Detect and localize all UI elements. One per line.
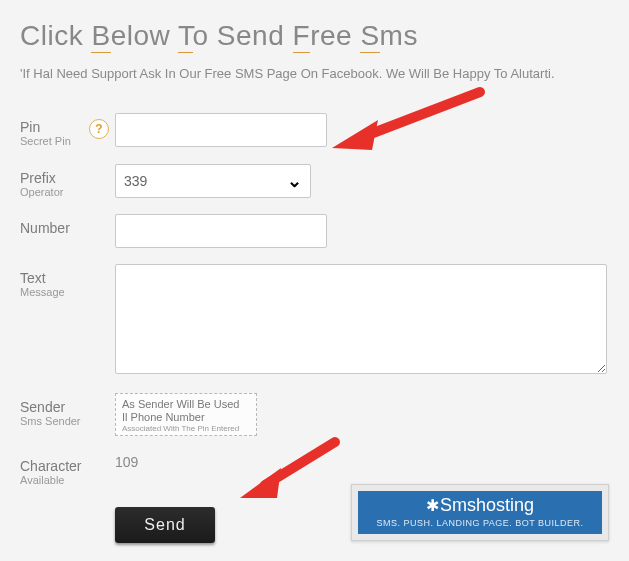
number-input[interactable]: [115, 214, 327, 248]
promo-logo: ✱ Smshosting: [362, 495, 598, 516]
chevron-down-icon: ⌄: [287, 170, 302, 192]
text-label: Text Message: [20, 264, 115, 299]
message-textarea[interactable]: [115, 264, 607, 374]
send-button[interactable]: Send: [115, 507, 215, 543]
prefix-value: 339: [116, 173, 155, 189]
pin-input[interactable]: [115, 113, 327, 147]
intro-text: 'If Hal Need Support Ask In Our Free SMS…: [20, 66, 609, 83]
prefix-select[interactable]: 339 ⌄: [115, 164, 311, 198]
chars-label: Character Available: [20, 452, 115, 487]
sender-info: As Sender Will Be Used Il Phone Number A…: [115, 393, 257, 435]
help-icon[interactable]: ?: [89, 119, 109, 139]
promo-card[interactable]: ✱ Smshosting SMS. PUSH. LANDING PAGE. BO…: [351, 484, 609, 541]
asterisk-icon: ✱: [426, 496, 436, 515]
sender-label: Sender Sms Sender: [20, 393, 115, 428]
prefix-label: Prefix Operator: [20, 164, 115, 199]
page-title: Click Below To Send Free Sms: [20, 20, 609, 52]
promo-tagline: SMS. PUSH. LANDING PAGE. BOT BUILDER.: [362, 518, 598, 528]
number-label: Number: [20, 214, 115, 236]
chars-value: 109: [115, 452, 138, 470]
